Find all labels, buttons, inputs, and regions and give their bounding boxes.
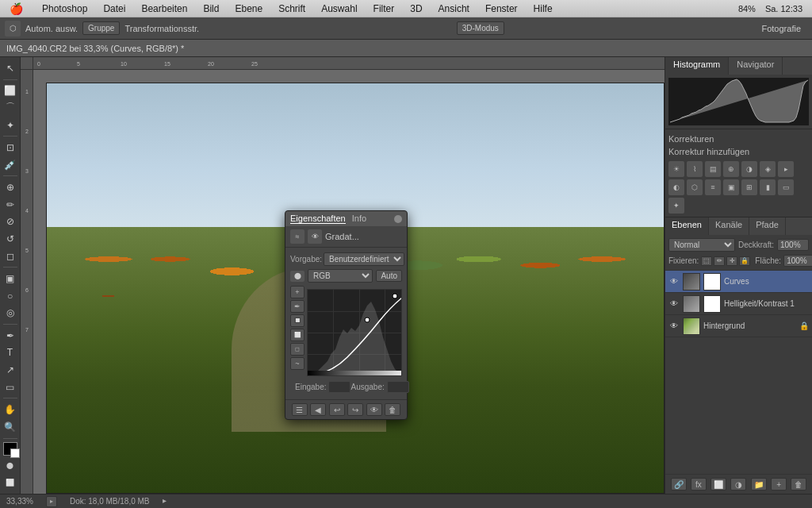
menu-schrift[interactable]: Schrift	[275, 2, 308, 15]
status-arrow[interactable]: ▸	[163, 496, 174, 507]
quick-mask[interactable]: ⬤	[2, 458, 19, 474]
channel-select[interactable]: RGB	[308, 269, 373, 283]
magic-wand-tool[interactable]: ✦	[2, 117, 19, 133]
fill-input[interactable]	[783, 255, 812, 267]
background-color[interactable]	[10, 448, 20, 458]
lock-transparent[interactable]: ⬚	[701, 256, 712, 266]
shape-tool[interactable]: ▭	[2, 379, 19, 395]
tab-navigator[interactable]: Navigator	[729, 57, 783, 75]
layer-visibility-background[interactable]: 👁	[668, 321, 680, 332]
curve-point-tool[interactable]: +	[290, 286, 304, 298]
auto-btn[interactable]: Auto	[376, 270, 402, 282]
apple-menu[interactable]: 🍎	[6, 2, 26, 16]
menu-ebene[interactable]: Ebene	[232, 2, 266, 15]
colorbalance-correction-icon[interactable]: ◑	[741, 161, 757, 177]
new-fill-btn[interactable]: ◑	[730, 478, 746, 491]
hsl-correction-icon[interactable]: ⊕	[723, 161, 739, 177]
menu-3d[interactable]: 3D	[407, 2, 425, 15]
foreground-color[interactable]	[3, 442, 17, 455]
gradientmap-correction-icon[interactable]: ▭	[778, 179, 794, 195]
brush-tool[interactable]: ✏	[2, 197, 19, 213]
marquee-tool[interactable]: ⬜	[2, 83, 19, 99]
curves-redo-btn[interactable]: ↪	[347, 403, 363, 416]
selectivecolor-correction-icon[interactable]: ✦	[668, 198, 684, 214]
menu-hilfe[interactable]: Hilfe	[530, 2, 556, 15]
curves-delete-btn[interactable]: 🗑	[385, 403, 400, 416]
menu-filter[interactable]: Filter	[370, 2, 398, 15]
add-mask-btn[interactable]: ⬜	[710, 478, 726, 491]
lasso-tool[interactable]: ⌒	[2, 100, 19, 116]
crop-tool[interactable]: ⊡	[2, 140, 19, 156]
levels-correction-icon[interactable]: ▤	[705, 161, 721, 177]
tab-pfade[interactable]: Pfade	[749, 217, 786, 235]
text-tool[interactable]: T	[2, 345, 19, 361]
curve-control-point[interactable]	[365, 318, 370, 322]
3d-mode[interactable]: 3D-Modus	[457, 21, 504, 35]
link-layers-btn[interactable]: 🔗	[671, 478, 687, 491]
path-tool[interactable]: ↗	[2, 362, 19, 378]
dodge-tool[interactable]: ◎	[2, 305, 19, 321]
posterize-correction-icon[interactable]: ⊞	[741, 179, 757, 195]
blendmode-select[interactable]: Normal	[668, 238, 735, 252]
screen-mode[interactable]: ⬜	[2, 475, 19, 491]
lock-move[interactable]: ✛	[726, 256, 737, 266]
clone-tool[interactable]: ⊘	[2, 214, 19, 230]
tab-info[interactable]: Info	[352, 214, 366, 224]
layer-item-background[interactable]: 👁 Hintergrund 🔒	[665, 315, 812, 337]
more-correction-icon[interactable]: ▸	[778, 161, 794, 177]
curve-eyedropper-white[interactable]: ◻	[290, 343, 304, 356]
curves-close-btn[interactable]	[394, 215, 402, 223]
pen-tool[interactable]: ✒	[2, 328, 19, 344]
menu-auswahl[interactable]: Auswahl	[318, 2, 360, 15]
curves-visibility-btn[interactable]: 👁	[366, 403, 382, 416]
curves-graph[interactable]	[307, 289, 402, 376]
layer-visibility-brightness[interactable]: 👁	[668, 298, 680, 310]
new-group-btn[interactable]: 📁	[751, 478, 767, 491]
tab-eigenschaften[interactable]: Eigenschaften	[290, 214, 346, 224]
curves-menu-btn[interactable]: ☰	[292, 403, 308, 416]
zoom-tool[interactable]: 🔍	[2, 419, 19, 435]
channelmixer-correction-icon[interactable]: ≡	[705, 179, 721, 195]
menu-bearbeiten[interactable]: Bearbeiten	[138, 2, 190, 15]
preset-select[interactable]: Benutzerdefiniert	[324, 252, 404, 266]
menu-bild[interactable]: Bild	[200, 2, 222, 15]
blur-tool[interactable]: ○	[2, 288, 19, 304]
new-layer-btn[interactable]: +	[771, 478, 787, 491]
curves-correction-icon[interactable]: ⌇	[687, 161, 703, 177]
lock-all[interactable]: 🔒	[739, 256, 750, 266]
group-select[interactable]: Gruppe	[82, 21, 120, 35]
curve-sample-tool[interactable]: ~	[290, 357, 304, 370]
menu-ansicht[interactable]: Ansicht	[435, 2, 473, 15]
heal-tool[interactable]: ⊕	[2, 179, 19, 195]
tab-ebenen[interactable]: Ebenen	[665, 217, 709, 235]
hand-tool[interactable]: ✋	[2, 402, 19, 418]
curves-back-btn[interactable]: ◀	[310, 403, 326, 416]
threshold-correction-icon[interactable]: ▮	[760, 179, 776, 195]
input-value[interactable]	[328, 381, 350, 393]
delete-layer-btn[interactable]: 🗑	[791, 478, 806, 491]
history-brush[interactable]: ↺	[2, 231, 19, 247]
tab-histogramm[interactable]: Histogramm	[665, 57, 729, 75]
menu-fenster[interactable]: Fenster	[482, 2, 521, 15]
eraser-tool[interactable]: ◻	[2, 248, 19, 264]
exposure-correction-icon[interactable]: ▣	[723, 179, 739, 195]
brightness-correction-icon[interactable]: ☀	[668, 161, 684, 177]
opacity-input[interactable]	[777, 239, 809, 251]
tool-options-icon[interactable]: ⬡	[5, 21, 21, 37]
output-value[interactable]	[387, 381, 409, 393]
tab-kanale[interactable]: Kanäle	[709, 217, 749, 235]
lock-paint[interactable]: ✏	[714, 256, 725, 266]
menu-photoshop[interactable]: Photoshop	[39, 2, 90, 15]
photofilter-correction-icon[interactable]: ⬡	[687, 179, 703, 195]
layer-visibility-curves[interactable]: 👁	[668, 276, 680, 287]
curve-pen-tool[interactable]: ✒	[290, 300, 304, 313]
layer-item-brightness[interactable]: 👁 Helligkeit/Kontrast 1	[665, 293, 812, 315]
layer-item-curves[interactable]: 👁 Curves	[665, 271, 812, 293]
move-tool[interactable]: ↖	[2, 60, 19, 76]
curve-eyedropper-black[interactable]: 🔲	[290, 314, 304, 327]
blackwhite-correction-icon[interactable]: ◐	[668, 179, 684, 195]
zoom-icon[interactable]: ▸	[46, 496, 57, 507]
curves-titlebar[interactable]: Eigenschaften Info	[285, 211, 407, 226]
gradient-tool[interactable]: ▣	[2, 271, 19, 287]
vibrance-correction-icon[interactable]: ◈	[760, 161, 776, 177]
